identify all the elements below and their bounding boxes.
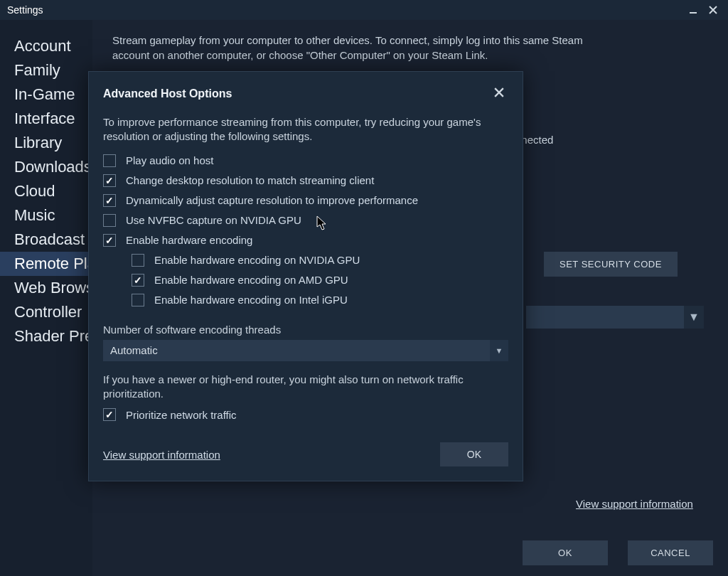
settings-cancel-button[interactable]: CANCEL (628, 540, 713, 565)
remote-play-dropdown[interactable]: ▼ (526, 306, 704, 329)
remote-play-intro: Stream gameplay from your computer to ot… (112, 33, 610, 63)
checkbox-enable-hardware-encoding[interactable]: Enable hardware encoding (103, 234, 508, 247)
checkbox-icon (103, 174, 116, 187)
checkbox-icon (132, 294, 144, 306)
advanced-host-options-dialog: Advanced Host Options To improve perform… (88, 71, 523, 481)
checkbox-icon (103, 194, 116, 207)
settings-ok-button[interactable]: OK (523, 540, 608, 565)
settings-titlebar: Settings (0, 0, 728, 20)
encoding-threads-label: Number of software encoding threads (103, 324, 508, 336)
sidebar-item-account[interactable]: Account (0, 34, 92, 58)
checkbox-icon (103, 408, 116, 421)
checkbox-icon (132, 254, 144, 267)
view-support-information-link[interactable]: View support information (576, 498, 707, 510)
checkbox-play-audio-on-host[interactable]: Play audio on host (103, 154, 508, 167)
router-hint: If you have a newer or high-end router, … (103, 373, 508, 402)
checkbox-prioritize-network-traffic[interactable]: Prioritize network traffic (103, 408, 508, 421)
dialog-intro: To improve performance streaming from th… (103, 115, 508, 144)
checkbox-use-nvfbc[interactable]: Use NVFBC capture on NVIDIA GPU (103, 214, 508, 227)
encoding-threads-value: Automatic (110, 344, 158, 356)
sidebar-item-cloud[interactable]: Cloud (0, 179, 92, 203)
checkbox-dynamic-capture-resolution[interactable]: Dynamically adjust capture resolution to… (103, 194, 508, 207)
checkbox-hw-encoding-intel[interactable]: Enable hardware encoding on Intel iGPU (132, 294, 508, 306)
checkbox-label: Prioritize network traffic (126, 409, 237, 421)
sidebar-item-interface[interactable]: Interface (0, 107, 92, 131)
checkbox-label: Enable hardware encoding (126, 234, 252, 246)
chevron-down-icon: ▼ (684, 306, 704, 329)
settings-sidebar: Account Family In-Game Interface Library… (0, 20, 92, 576)
window-title: Settings (7, 4, 43, 16)
set-security-code-button[interactable]: SET SECURITY CODE (544, 252, 678, 277)
checkbox-label: Change desktop resolution to match strea… (126, 174, 374, 186)
checkbox-label: Enable hardware encoding on AMD GPU (154, 274, 348, 286)
checkbox-label: Play audio on host (126, 154, 213, 166)
dialog-title: Advanced Host Options (103, 87, 232, 100)
checkbox-label: Enable hardware encoding on NVIDIA GPU (154, 254, 360, 266)
checkbox-change-desktop-resolution[interactable]: Change desktop resolution to match strea… (103, 174, 508, 187)
close-button[interactable] (705, 4, 721, 16)
dialog-ok-button[interactable]: OK (440, 442, 508, 466)
sidebar-item-downloads[interactable]: Downloads (0, 155, 92, 179)
checkbox-icon (132, 274, 144, 287)
sidebar-item-remote-play[interactable]: Remote Play (0, 252, 92, 276)
dialog-close-button[interactable] (490, 85, 508, 102)
sidebar-item-library[interactable]: Library (0, 131, 92, 155)
checkbox-icon (103, 154, 116, 167)
checkbox-label: Dynamically adjust capture resolution to… (126, 194, 418, 206)
svg-rect-0 (690, 12, 697, 14)
sidebar-item-in-game[interactable]: In-Game (0, 82, 92, 107)
sidebar-item-shader-pre-caching[interactable]: Shader Pre-Caching (0, 324, 92, 348)
checkbox-icon (103, 214, 116, 227)
chevron-down-icon: ▼ (490, 340, 508, 361)
checkbox-icon (103, 234, 116, 247)
sidebar-item-music[interactable]: Music (0, 203, 92, 228)
checkbox-hw-encoding-amd[interactable]: Enable hardware encoding on AMD GPU (132, 274, 508, 287)
checkbox-hw-encoding-nvidia[interactable]: Enable hardware encoding on NVIDIA GPU (132, 254, 508, 267)
encoding-threads-select[interactable]: Automatic ▼ (103, 340, 508, 361)
checkbox-label: Enable hardware encoding on Intel iGPU (154, 294, 348, 306)
sidebar-item-family[interactable]: Family (0, 58, 92, 82)
minimize-button[interactable] (685, 4, 701, 16)
sidebar-item-web-browser[interactable]: Web Browser (0, 276, 92, 300)
dialog-view-support-information-link[interactable]: View support information (103, 449, 220, 461)
sidebar-item-controller[interactable]: Controller (0, 300, 92, 324)
sidebar-item-broadcast[interactable]: Broadcast (0, 228, 92, 252)
checkbox-label: Use NVFBC capture on NVIDIA GPU (126, 214, 301, 226)
